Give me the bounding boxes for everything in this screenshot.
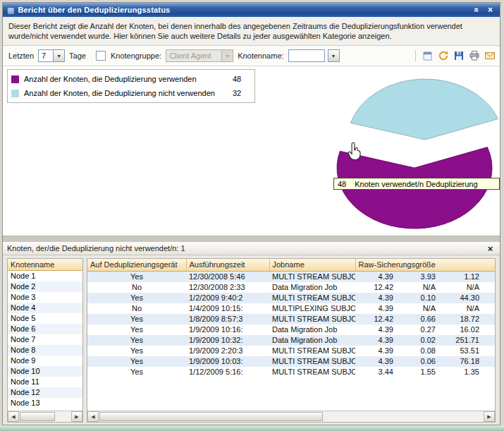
panel-icon[interactable] (422, 50, 434, 62)
table-row[interactable]: Yes1/2/2009 9:40:2MULTI STREAM SUBJO4.39… (87, 293, 495, 303)
node-list-item[interactable]: Node 1 (8, 271, 82, 281)
details-table-panel: Auf Deduplizierungsgerät Ausführungszeit… (87, 258, 496, 423)
column-header-execution-time[interactable]: Ausführungszeit (186, 259, 269, 271)
scroll-left-button[interactable]: ◀ (87, 411, 99, 422)
table-cell (482, 314, 495, 324)
column-header-raw-size[interactable]: Raw-Sicherungsgröße (355, 259, 495, 271)
table-cell: N/A (396, 303, 438, 314)
node-list-item[interactable]: Node 13 (8, 398, 82, 408)
period-dropdown[interactable]: 7 ▼ (38, 49, 65, 62)
column-header-dedupe-device[interactable]: Auf Deduplizierungsgerät (87, 259, 186, 271)
table-cell (482, 324, 495, 335)
table-row[interactable]: No12/30/2008 2:33Data Migration Job12.42… (87, 282, 495, 293)
table-cell: No (87, 282, 186, 293)
table-cell: 1/2/2009 9:40:2 (186, 293, 269, 303)
table-row[interactable]: No1/4/2009 10:15:MULTIPLEXING SUBJO4.39N… (87, 303, 495, 314)
node-list-item[interactable]: Node 3 (8, 292, 82, 303)
table-row[interactable]: Yes1/9/2009 2:20:3MULTI STREAM SUBJO4.39… (87, 346, 495, 356)
node-list-item[interactable]: Node 7 (8, 334, 82, 345)
chevron-down-icon[interactable]: ▼ (53, 50, 64, 61)
table-cell: MULTI STREAM SUBJO (269, 293, 355, 303)
toolbar-separator (415, 50, 416, 61)
details-table-body: Yes12/30/2008 5:46MULTI STREAM SUBJO4.39… (87, 271, 495, 377)
table-cell: 18.72 (438, 314, 482, 324)
table-cell: Yes (87, 346, 186, 356)
nodegroup-dropdown: Client Agent ▼ (166, 49, 233, 62)
node-column-header[interactable]: Knotenname (8, 259, 82, 271)
period-unit-label: Tage (69, 51, 86, 60)
table-cell: 1.12 (438, 271, 482, 282)
table-cell: MULTI STREAM SUBJO (269, 356, 355, 367)
table-cell: 0.02 (396, 335, 438, 346)
table-hscrollbar[interactable]: ◀ ▶ (87, 411, 495, 422)
close-button[interactable]: × (485, 5, 496, 15)
table-cell: N/A (438, 303, 482, 314)
table-cell: 1/9/2009 10:32: (186, 335, 269, 346)
scroll-thumb[interactable] (20, 412, 55, 421)
chart-legend: Anzahl der Knoten, die Deduplizierung ve… (7, 69, 255, 103)
details-close-icon[interactable]: × (485, 244, 496, 253)
scroll-left-button[interactable]: ◀ (8, 411, 19, 422)
titlebar[interactable]: ▦ Bericht über den Deduplizierungsstatus… (3, 3, 500, 17)
table-cell: 12/30/2008 2:33 (186, 282, 269, 293)
details-panel: Knoten, der/die Deduplizierung nicht ver… (3, 242, 500, 425)
details-header: Knoten, der/die Deduplizierung nicht ver… (3, 242, 500, 255)
nodegroup-label: Knotengruppe: (111, 51, 161, 60)
table-row[interactable]: Yes12/30/2008 5:46MULTI STREAM SUBJO4.39… (87, 271, 495, 282)
table-row[interactable]: Yes1/9/2009 10:16:Data Migration Job4.39… (87, 324, 495, 335)
table-cell: 4.39 (355, 356, 396, 367)
table-cell: 1/12/2009 5:16: (186, 367, 269, 377)
node-list-item[interactable]: Node 2 (8, 281, 82, 292)
table-cell: N/A (438, 282, 482, 293)
table-header-row: Auf Deduplizierungsgerät Ausführungszeit… (87, 259, 495, 271)
legend-label: Anzahl der Knoten, die Deduplizierung ve… (24, 75, 233, 83)
scroll-track[interactable] (19, 411, 71, 422)
scroll-track[interactable] (99, 411, 484, 422)
node-list-hscrollbar[interactable]: ◀ ▶ (8, 411, 82, 422)
node-list-item[interactable]: Node 10 (8, 366, 82, 377)
collapse-icon: « (473, 8, 481, 13)
email-icon[interactable] (484, 50, 496, 62)
print-icon[interactable] (468, 50, 480, 62)
scroll-right-button[interactable]: ▶ (484, 411, 495, 422)
period-label: Letzten (8, 51, 34, 60)
pie-slice-nicht-verwenden[interactable] (350, 79, 498, 140)
refresh-icon[interactable] (437, 50, 449, 62)
panel-divider (3, 236, 500, 242)
table-cell: 12/30/2008 5:46 (186, 271, 269, 282)
chevron-down-icon: ▼ (328, 50, 339, 61)
node-list-item[interactable]: Node 11 (8, 377, 82, 387)
table-cell: 12.42 (355, 282, 396, 293)
table-row[interactable]: Yes1/12/2009 5:16:MULTI STREAM SUBJO3.44… (87, 367, 495, 377)
nodename-input[interactable] (288, 49, 325, 62)
table-cell: 4.39 (355, 271, 396, 282)
node-list-item[interactable]: Node 4 (8, 303, 82, 313)
table-cell: MULTI STREAM SUBJO (269, 346, 355, 356)
node-list-item[interactable]: Node 6 (8, 324, 82, 334)
table-cell: Yes (87, 293, 186, 303)
table-row[interactable]: Yes1/8/2009 8:57:3MULTI STREAM SUBJO12.4… (87, 314, 495, 324)
node-list-item[interactable]: Node 8 (8, 345, 82, 356)
table-cell: Yes (87, 367, 186, 377)
table-row[interactable]: Yes1/9/2009 10:03:MULTI STREAM SUBJO4.39… (87, 356, 495, 367)
node-list-item[interactable]: Node 12 (8, 387, 82, 398)
save-icon[interactable] (453, 50, 465, 62)
node-list-item[interactable]: Node 9 (8, 356, 82, 366)
node-list-item[interactable]: Node 5 (8, 313, 82, 324)
table-cell: Data Migration Job (269, 335, 355, 346)
table-row[interactable]: Yes1/9/2009 10:32:Data Migration Job4.39… (87, 335, 495, 346)
legend-value: 48 (233, 75, 251, 83)
scroll-thumb[interactable] (99, 412, 323, 421)
table-cell: 3.44 (355, 367, 396, 377)
node-list-body: Node 1Node 2Node 3Node 4Node 5Node 6Node… (8, 271, 82, 411)
table-cell: Yes (87, 324, 186, 335)
details-table: Auf Deduplizierungsgerät Ausführungszeit… (87, 259, 495, 377)
legend-swatch (11, 75, 19, 83)
collapse-button[interactable]: « (472, 5, 482, 15)
table-cell: 1.35 (438, 367, 482, 377)
nodegroup-checkbox[interactable] (96, 51, 106, 61)
scroll-right-button[interactable]: ▶ (71, 411, 82, 422)
table-cell: 1/9/2009 10:16: (186, 324, 269, 335)
column-header-jobname[interactable]: Jobname (269, 259, 355, 271)
nodename-dropdown-button[interactable]: ▼ (328, 49, 340, 62)
